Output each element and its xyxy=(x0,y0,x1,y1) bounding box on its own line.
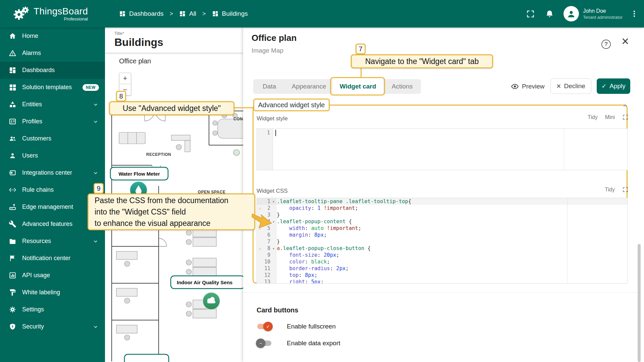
gutter-line: 6 xyxy=(257,232,276,238)
brand-name: ThingsBoard xyxy=(34,6,88,16)
breadcrumb: Dashboards>All>Buildings xyxy=(119,0,248,27)
preview-button[interactable]: Preview xyxy=(511,79,545,94)
sidebar-item-settings[interactable]: Settings xyxy=(0,301,105,318)
decline-button[interactable]: × Decline xyxy=(550,78,591,94)
code-line: right: 5px; xyxy=(277,279,627,284)
dashboard-title-field[interactable]: Title* Buildings xyxy=(105,27,243,53)
fold-icon[interactable]: ▾ xyxy=(271,220,276,224)
advanced-widget-style-header[interactable]: Advanced widget style xyxy=(253,99,330,111)
fullscreen-icon[interactable] xyxy=(526,9,535,18)
sidebar-item-label: Home xyxy=(22,33,38,40)
sidebar-item-label: API usage xyxy=(22,272,50,279)
kebab-menu-icon[interactable] xyxy=(630,9,639,18)
editor-gutter: 1▾⚠234▾⚠567⚠8▾910111213 xyxy=(257,198,276,283)
check-icon: ✓ xyxy=(601,82,606,90)
sidebar-item-label: Profiles xyxy=(22,118,42,125)
zoom-in-button[interactable]: + xyxy=(119,73,131,84)
panel-scrollbar[interactable] xyxy=(638,244,641,362)
close-icon[interactable]: × xyxy=(622,35,629,48)
gutter-line: 12 xyxy=(257,272,276,279)
sidebar-item-label: Customers xyxy=(22,135,51,142)
breadcrumb-item-all[interactable]: All xyxy=(179,10,196,17)
sidebar-item-users[interactable]: Users xyxy=(0,147,105,164)
apply-label: Apply xyxy=(609,82,626,90)
sidebar-item-customers[interactable]: Customers xyxy=(0,130,105,147)
white-labeling-icon xyxy=(9,289,16,296)
sidebar-item-white-labeling[interactable]: White labeling xyxy=(0,284,105,301)
mini-button[interactable]: Mini xyxy=(605,114,615,120)
text-cursor xyxy=(275,130,276,136)
home-icon xyxy=(9,32,16,40)
fold-icon[interactable]: ▾ xyxy=(271,200,276,203)
widget-style-editor[interactable]: 1 xyxy=(257,128,628,170)
sidebar-item-rule-chains[interactable]: Rule chains xyxy=(0,181,105,198)
toggle-enable-data-export[interactable]: − xyxy=(257,339,272,348)
avatar[interactable] xyxy=(564,6,579,21)
gutter-line: ⚠8▾ xyxy=(257,245,276,252)
editor-gutter: 1 xyxy=(257,129,273,170)
tab-actions[interactable]: Actions xyxy=(383,79,421,94)
fold-icon[interactable]: ▾ xyxy=(271,247,276,250)
dashboards-icon xyxy=(212,10,219,17)
sidebar-item-dashboards[interactable]: Dashboards xyxy=(0,62,105,79)
apply-button[interactable]: ✓ Apply xyxy=(597,78,630,94)
user-name: John Doe xyxy=(583,8,623,14)
brand[interactable]: ThingsBoard Professional xyxy=(34,6,88,21)
sidebar-item-resources[interactable]: Resources xyxy=(0,233,105,250)
widget-details-panel: Office plan Image Map ? × DataAppearance… xyxy=(243,27,644,362)
tidy-button[interactable]: Tidy xyxy=(605,187,615,193)
sidebar-item-api-usage[interactable]: API usage xyxy=(0,267,105,284)
sidebar-item-alarms[interactable]: Alarms xyxy=(0,45,105,62)
marker-label: Water Flow Meter xyxy=(118,171,160,177)
floor-plan-map: RECEPTION OPEN SPACE CONFERENCE Water Fl… xyxy=(105,85,243,362)
widget-css-editor[interactable]: 1▾⚠234▾⚠567⚠8▾910111213 .leaflet-tooltip… xyxy=(257,198,628,284)
widget-css-controls: Tidy xyxy=(605,186,629,193)
solution-templates-icon xyxy=(9,83,16,91)
sidebar-item-profiles[interactable]: Profiles xyxy=(0,113,105,130)
code-line: margin: 8px; xyxy=(277,232,627,238)
breadcrumb-item-buildings[interactable]: Buildings xyxy=(212,10,248,17)
editor-content[interactable] xyxy=(273,129,627,170)
tab-appearance[interactable]: Appearance xyxy=(285,79,332,94)
marker-clipped-pill[interactable] xyxy=(124,354,169,362)
users-icon xyxy=(9,152,16,160)
sidebar-item-integrations-center[interactable]: Integrations center xyxy=(0,164,105,181)
marker-water-flow-meter[interactable]: Water Flow Meter xyxy=(110,167,168,199)
line-number: 12 xyxy=(263,272,271,278)
sidebar-item-notification-center[interactable]: Notification center xyxy=(0,250,105,267)
sidebar-item-security[interactable]: Security xyxy=(0,318,105,335)
marker-indoor-air-quality[interactable]: Indoor Air Quality Sens xyxy=(171,276,243,310)
print-margin xyxy=(564,129,564,170)
help-icon[interactable]: ? xyxy=(601,40,611,49)
breadcrumb-item-dashboards[interactable]: Dashboards xyxy=(119,10,163,17)
tidy-button[interactable]: Tidy xyxy=(588,114,598,120)
notifications-bell-icon[interactable] xyxy=(545,9,554,18)
dashboard-title-value[interactable]: Buildings xyxy=(114,36,243,49)
tab-data[interactable]: Data xyxy=(253,79,285,94)
chevron-down-icon xyxy=(92,323,99,330)
customers-icon xyxy=(9,135,16,142)
editor-content[interactable]: .leaflet-tooltip-pane .leaflet-tooltip-t… xyxy=(277,198,627,283)
line-number: 8 xyxy=(263,245,271,251)
advanced-features-icon xyxy=(9,220,16,228)
widget-css-label: Widget CSS xyxy=(257,188,288,194)
zoom-out-button[interactable]: − xyxy=(119,84,131,96)
editor-fullscreen-icon[interactable] xyxy=(622,186,629,193)
chevron-down-icon xyxy=(92,170,99,176)
header-actions: John Doe Tenant administrator xyxy=(526,0,639,27)
chevron-down-icon xyxy=(92,238,99,245)
toggle-enable-fullscreen[interactable]: ✓ xyxy=(257,322,272,331)
user-block: John Doe Tenant administrator xyxy=(583,8,623,20)
sidebar-item-solution-templates[interactable]: Solution templatesNEW xyxy=(0,79,105,96)
chevron-up-icon[interactable] xyxy=(622,102,629,109)
sidebar-item-label: Dashboards xyxy=(22,67,55,74)
sidebar-item-advanced-features[interactable]: Advanced features xyxy=(0,216,105,233)
panel-title: Office plan xyxy=(252,33,297,43)
sidebar-item-entities[interactable]: Entities xyxy=(0,96,105,113)
profiles-icon xyxy=(9,118,16,125)
sidebar-item-edge-management[interactable]: Edge management xyxy=(0,198,105,216)
editor-fullscreen-icon[interactable] xyxy=(622,114,629,120)
tab-widget-card[interactable]: Widget card xyxy=(332,79,383,94)
sidebar-item-home[interactable]: Home xyxy=(0,27,105,45)
toggle-row: ✓Enable fullscreen xyxy=(257,320,340,333)
